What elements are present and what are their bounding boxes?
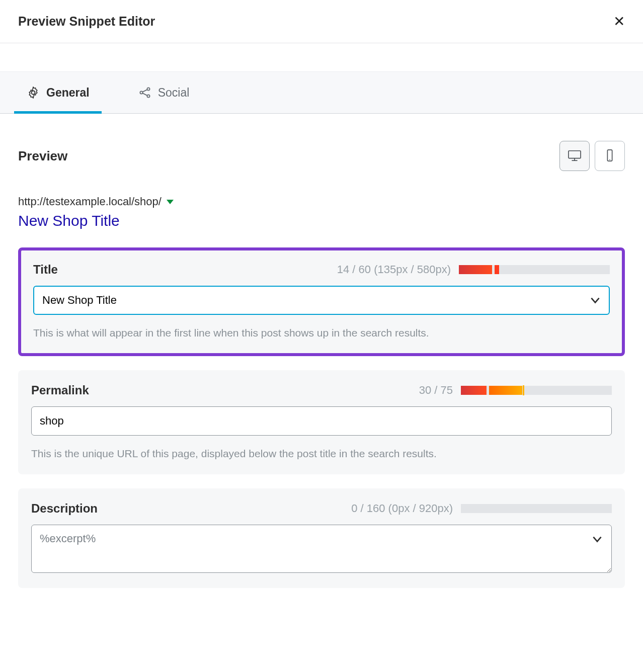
svg-point-0 [32,91,35,95]
description-field-right: 0 / 160 (0px / 920px) [351,502,612,515]
svg-point-1 [140,91,142,94]
desktop-icon [567,149,582,163]
svg-point-3 [147,95,149,97]
mobile-icon [602,149,617,163]
title-input-wrap [33,286,610,315]
permalink-field-head: Permalink 30 / 75 [31,383,612,397]
permalink-input-wrap [31,406,612,436]
close-button[interactable]: ✕ [613,15,625,29]
permalink-help-text: This is the unique URL of this page, dis… [31,446,612,462]
tab-social-label: Social [158,86,190,100]
description-input-wrap [31,525,612,575]
svg-rect-6 [569,150,581,158]
preview-heading: Preview [18,148,67,164]
mobile-view-button[interactable] [595,141,625,171]
description-field-label: Description [31,501,98,516]
desktop-view-button[interactable] [559,141,590,171]
permalink-field-card: Permalink 30 / 75 This is the unique URL… [18,370,625,475]
permalink-counter: 30 / 75 [419,384,453,397]
caret-down-icon [167,200,174,204]
title-help-text: This is what will appear in the first li… [33,325,610,341]
preview-url-text: http://testexample.local/shop/ [18,195,162,208]
title-progress-bar [459,265,610,274]
preview-device-toggle [559,141,625,171]
tab-general[interactable]: General [14,72,102,113]
modal-title: Preview Snippet Editor [18,14,155,29]
permalink-field-right: 30 / 75 [419,384,612,397]
description-field-head: Description 0 / 160 (0px / 920px) [31,501,612,516]
description-progress-bar [461,504,612,513]
title-field-right: 14 / 60 (135px / 580px) [337,263,610,276]
svg-point-2 [147,88,149,90]
title-counter: 14 / 60 (135px / 580px) [337,263,451,276]
share-icon [138,86,152,100]
editor-body: Preview http://testexample.local/shop/ N… [0,114,643,620]
svg-line-4 [142,90,147,92]
description-field-card: Description 0 / 160 (0px / 920px) [18,488,625,588]
preview-url-row[interactable]: http://testexample.local/shop/ [18,195,625,208]
permalink-progress-bar [461,386,612,395]
gear-icon [26,86,40,100]
title-field-card: Title 14 / 60 (135px / 580px) This is wh… [18,247,625,356]
close-icon: ✕ [613,14,625,29]
title-field-head: Title 14 / 60 (135px / 580px) [33,263,610,277]
tabs-bar: General Social [0,71,643,114]
preview-header-row: Preview [18,141,625,171]
title-input[interactable] [33,286,610,315]
modal-header: Preview Snippet Editor ✕ [0,0,643,43]
tab-social[interactable]: Social [126,72,202,113]
description-textarea[interactable] [31,525,612,573]
tab-general-label: General [46,86,90,100]
svg-line-5 [142,93,147,96]
preview-title-text[interactable]: New Shop Title [18,212,625,229]
header-spacer [0,43,643,71]
title-field-label: Title [33,263,58,277]
svg-point-10 [609,159,610,160]
description-counter: 0 / 160 (0px / 920px) [351,502,453,515]
permalink-input[interactable] [31,406,612,436]
permalink-field-label: Permalink [31,383,89,397]
